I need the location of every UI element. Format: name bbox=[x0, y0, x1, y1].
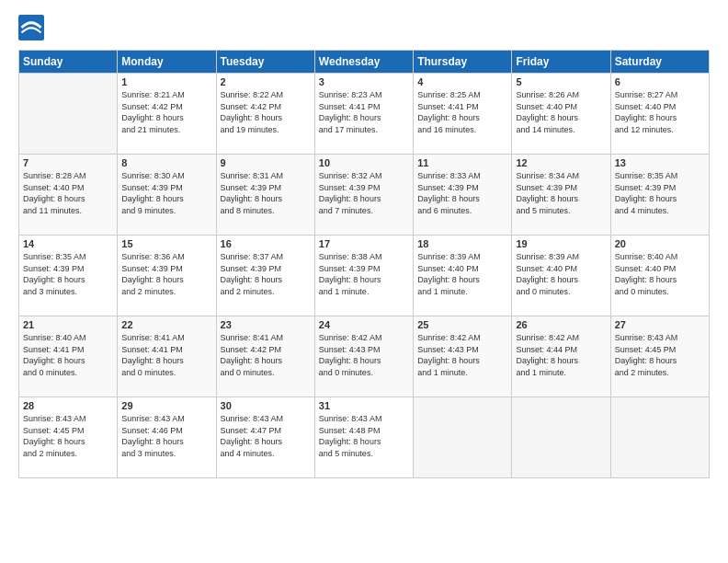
day-info-line: and 3 minutes. bbox=[121, 449, 176, 458]
day-info-line: Daylight: 8 hours bbox=[121, 437, 184, 446]
calendar-cell: 11Sunrise: 8:33 AMSunset: 4:39 PMDayligh… bbox=[414, 155, 512, 236]
day-number: 29 bbox=[121, 400, 211, 411]
day-info-line: Daylight: 8 hours bbox=[615, 356, 677, 365]
day-info-line: Daylight: 8 hours bbox=[221, 194, 283, 203]
calendar-cell: 28Sunrise: 8:43 AMSunset: 4:45 PMDayligh… bbox=[19, 397, 118, 478]
day-info: Sunrise: 8:33 AMSunset: 4:39 PMDaylight:… bbox=[417, 170, 507, 216]
day-info-line: Sunrise: 8:38 AM bbox=[319, 252, 382, 261]
day-number: 30 bbox=[221, 400, 311, 411]
day-info-line: and 9 minutes. bbox=[121, 206, 176, 215]
day-info-line: and 4 minutes. bbox=[221, 449, 275, 458]
day-info-line: and 0 minutes. bbox=[23, 368, 77, 377]
day-info-line: Sunrise: 8:34 AM bbox=[516, 171, 579, 180]
day-info-line: and 12 minutes. bbox=[615, 125, 674, 134]
day-info-line: Sunset: 4:40 PM bbox=[615, 102, 677, 111]
day-info-line: and 21 minutes. bbox=[121, 125, 180, 134]
day-info-line: Sunset: 4:39 PM bbox=[516, 183, 577, 192]
day-info-line: Daylight: 8 hours bbox=[516, 194, 578, 203]
day-info: Sunrise: 8:40 AMSunset: 4:40 PMDaylight:… bbox=[615, 251, 705, 297]
day-info: Sunrise: 8:34 AMSunset: 4:39 PMDaylight:… bbox=[516, 170, 606, 216]
day-info-line: Sunset: 4:47 PM bbox=[221, 426, 282, 435]
day-info-line: Daylight: 8 hours bbox=[221, 113, 283, 122]
day-info-line: and 1 minute. bbox=[417, 368, 468, 377]
calendar-cell: 13Sunrise: 8:35 AMSunset: 4:39 PMDayligh… bbox=[610, 155, 709, 236]
day-info-line: and 7 minutes. bbox=[319, 206, 373, 215]
day-info: Sunrise: 8:35 AMSunset: 4:39 PMDaylight:… bbox=[615, 170, 705, 216]
day-number: 17 bbox=[319, 238, 409, 249]
day-info-line: Sunset: 4:44 PM bbox=[516, 345, 577, 354]
calendar-week-1: 1Sunrise: 8:21 AMSunset: 4:42 PMDaylight… bbox=[19, 74, 710, 155]
page-container: SundayMondayTuesdayWednesdayThursdayFrid… bbox=[0, 0, 728, 563]
day-number: 22 bbox=[121, 319, 211, 330]
calendar-header-friday: Friday bbox=[512, 51, 610, 74]
calendar-cell: 6Sunrise: 8:27 AMSunset: 4:40 PMDaylight… bbox=[610, 74, 709, 155]
day-info-line: and 3 minutes. bbox=[23, 287, 77, 296]
calendar-week-4: 21Sunrise: 8:40 AMSunset: 4:41 PMDayligh… bbox=[19, 316, 710, 397]
day-info-line: Sunrise: 8:28 AM bbox=[23, 171, 86, 180]
day-number: 25 bbox=[417, 319, 507, 330]
calendar-cell: 22Sunrise: 8:41 AMSunset: 4:41 PMDayligh… bbox=[118, 316, 216, 397]
calendar-cell: 2Sunrise: 8:22 AMSunset: 4:42 PMDaylight… bbox=[216, 74, 314, 155]
day-info: Sunrise: 8:43 AMSunset: 4:45 PMDaylight:… bbox=[23, 413, 113, 459]
day-info-line: Sunset: 4:41 PM bbox=[417, 102, 479, 111]
day-info-line: and 2 minutes. bbox=[121, 287, 176, 296]
day-info-line: Sunrise: 8:41 AM bbox=[121, 333, 185, 342]
day-info: Sunrise: 8:43 AMSunset: 4:47 PMDaylight:… bbox=[221, 413, 311, 459]
day-info-line: Sunrise: 8:36 AM bbox=[121, 252, 185, 261]
calendar-cell: 3Sunrise: 8:23 AMSunset: 4:41 PMDaylight… bbox=[314, 74, 413, 155]
day-info-line: and 2 minutes. bbox=[221, 287, 275, 296]
day-info-line: Sunset: 4:45 PM bbox=[23, 426, 85, 435]
day-info-line: Sunrise: 8:37 AM bbox=[221, 252, 284, 261]
logo bbox=[18, 15, 48, 40]
day-info-line: and 19 minutes. bbox=[221, 125, 279, 134]
calendar-header-tuesday: Tuesday bbox=[216, 51, 314, 74]
day-info-line: Sunset: 4:39 PM bbox=[417, 183, 479, 192]
day-info-line: and 17 minutes. bbox=[319, 125, 378, 134]
calendar-cell: 18Sunrise: 8:39 AMSunset: 4:40 PMDayligh… bbox=[414, 236, 512, 316]
day-info-line: Daylight: 8 hours bbox=[516, 113, 578, 122]
header bbox=[18, 15, 710, 40]
calendar-cell: 23Sunrise: 8:41 AMSunset: 4:42 PMDayligh… bbox=[216, 316, 314, 397]
day-info: Sunrise: 8:21 AMSunset: 4:42 PMDaylight:… bbox=[121, 89, 211, 135]
day-number: 15 bbox=[121, 238, 211, 249]
calendar-cell: 29Sunrise: 8:43 AMSunset: 4:46 PMDayligh… bbox=[118, 397, 216, 478]
calendar-cell: 21Sunrise: 8:40 AMSunset: 4:41 PMDayligh… bbox=[19, 316, 118, 397]
day-info-line: and 2 minutes. bbox=[23, 449, 77, 458]
calendar-cell: 14Sunrise: 8:35 AMSunset: 4:39 PMDayligh… bbox=[19, 236, 118, 316]
day-info-line: and 2 minutes. bbox=[615, 368, 669, 377]
day-number: 31 bbox=[319, 400, 409, 411]
day-info-line: Daylight: 8 hours bbox=[221, 356, 283, 365]
calendar-header-monday: Monday bbox=[118, 51, 216, 74]
day-info-line: Sunset: 4:41 PM bbox=[121, 345, 183, 354]
day-info-line: and 11 minutes. bbox=[23, 206, 82, 215]
day-info: Sunrise: 8:36 AMSunset: 4:39 PMDaylight:… bbox=[121, 251, 211, 297]
day-info-line: and 6 minutes. bbox=[417, 206, 472, 215]
calendar-cell: 8Sunrise: 8:30 AMSunset: 4:39 PMDaylight… bbox=[118, 155, 216, 236]
day-number: 5 bbox=[516, 76, 606, 87]
day-info-line: Sunrise: 8:27 AM bbox=[615, 90, 678, 99]
day-info-line: Sunrise: 8:39 AM bbox=[516, 252, 579, 261]
calendar-cell: 31Sunrise: 8:43 AMSunset: 4:48 PMDayligh… bbox=[314, 397, 413, 478]
calendar-cell: 1Sunrise: 8:21 AMSunset: 4:42 PMDaylight… bbox=[118, 74, 216, 155]
day-info: Sunrise: 8:32 AMSunset: 4:39 PMDaylight:… bbox=[319, 170, 409, 216]
day-info-line: and 8 minutes. bbox=[221, 206, 275, 215]
day-info: Sunrise: 8:35 AMSunset: 4:39 PMDaylight:… bbox=[23, 251, 113, 297]
calendar-week-5: 28Sunrise: 8:43 AMSunset: 4:45 PMDayligh… bbox=[19, 397, 710, 478]
day-info-line: Sunset: 4:40 PM bbox=[516, 102, 577, 111]
calendar-cell: 9Sunrise: 8:31 AMSunset: 4:39 PMDaylight… bbox=[216, 155, 314, 236]
day-info-line: Sunrise: 8:30 AM bbox=[121, 171, 185, 180]
calendar: SundayMondayTuesdayWednesdayThursdayFrid… bbox=[18, 50, 710, 478]
day-info-line: and 4 minutes. bbox=[615, 206, 669, 215]
day-info-line: Sunrise: 8:23 AM bbox=[319, 90, 382, 99]
day-info-line: Daylight: 8 hours bbox=[121, 194, 184, 203]
day-info-line: Sunrise: 8:41 AM bbox=[221, 333, 284, 342]
day-info-line: Daylight: 8 hours bbox=[417, 356, 480, 365]
day-info-line: Sunrise: 8:25 AM bbox=[417, 90, 481, 99]
day-info-line: Sunrise: 8:42 AM bbox=[417, 333, 481, 342]
day-info-line: Sunset: 4:48 PM bbox=[319, 426, 381, 435]
day-info: Sunrise: 8:31 AMSunset: 4:39 PMDaylight:… bbox=[221, 170, 311, 216]
day-info-line: Daylight: 8 hours bbox=[121, 356, 184, 365]
day-info: Sunrise: 8:43 AMSunset: 4:46 PMDaylight:… bbox=[121, 413, 211, 459]
day-info-line: Sunset: 4:41 PM bbox=[23, 345, 85, 354]
day-info-line: and 5 minutes. bbox=[516, 206, 570, 215]
